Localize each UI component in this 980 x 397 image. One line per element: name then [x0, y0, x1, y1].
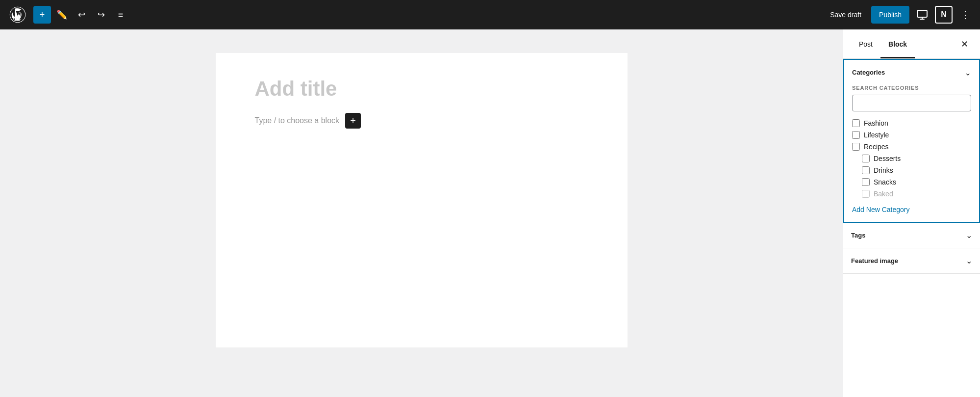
sidebar-tabs: Post Block [851, 29, 956, 58]
document-overview-button[interactable]: ≡ [112, 6, 129, 24]
list-item: Snacks [852, 178, 971, 186]
category-label-drinks[interactable]: Drinks [874, 166, 893, 174]
tags-panel-header[interactable]: Tags ⌄ [843, 223, 980, 248]
publish-button[interactable]: Publish [871, 6, 909, 24]
list-item: Baked [852, 190, 971, 198]
main-area: Type / to choose a block + Post Block ✕ … [0, 29, 980, 397]
add-new-category-button[interactable]: Add New Category [852, 206, 910, 213]
editor-area: Type / to choose a block + [0, 29, 843, 397]
svg-rect-1 [917, 10, 927, 17]
tab-post[interactable]: Post [851, 29, 880, 58]
plus-inline-icon: + [350, 116, 356, 126]
pen-icon: ✏️ [56, 9, 67, 20]
sidebar: Post Block ✕ Categories ⌃ SEARCH CATEGOR… [843, 29, 980, 397]
toolbar-left: + ✏️ ↩ ↪ ≡ [6, 3, 822, 26]
category-checkbox-drinks[interactable] [862, 166, 870, 174]
monitor-icon [916, 8, 928, 22]
add-block-inline-button[interactable]: + [345, 113, 361, 129]
search-categories-label: SEARCH CATEGORIES [852, 85, 971, 91]
categories-panel: Categories ⌃ SEARCH CATEGORIES Fashion L… [843, 59, 980, 223]
category-checkbox-baked[interactable] [862, 190, 870, 198]
featured-image-chevron-down-icon: ⌄ [966, 256, 972, 265]
category-label-recipes[interactable]: Recipes [864, 143, 889, 151]
more-options-button[interactable]: ⋮ [956, 6, 974, 24]
category-list: Fashion Lifestyle Recipes Desserts [852, 119, 971, 198]
category-label-baked[interactable]: Baked [874, 190, 893, 198]
category-checkbox-desserts[interactable] [862, 155, 870, 162]
category-checkbox-recipes[interactable] [852, 143, 860, 151]
list-icon: ≡ [118, 10, 124, 20]
save-draft-button[interactable]: Save draft [824, 7, 867, 23]
tags-chevron-down-icon: ⌄ [966, 231, 972, 240]
editor-canvas: Type / to choose a block + [216, 53, 628, 347]
wp-logo[interactable] [6, 3, 29, 26]
categories-panel-content: SEARCH CATEGORIES Fashion Lifestyle Reci… [844, 85, 979, 222]
toolbar-right: Save draft Publish N ⋮ [824, 6, 974, 24]
category-label-fashion[interactable]: Fashion [864, 119, 888, 127]
list-item: Drinks [852, 166, 971, 174]
list-item: Recipes [852, 143, 971, 151]
plus-icon: + [40, 10, 45, 20]
list-item: Fashion [852, 119, 971, 127]
category-label-snacks[interactable]: Snacks [874, 178, 896, 186]
category-label-desserts[interactable]: Desserts [874, 155, 901, 162]
tools-button[interactable]: ✏️ [53, 6, 71, 24]
tags-panel: Tags ⌄ [843, 223, 980, 248]
redo-icon: ↪ [98, 9, 105, 20]
list-item: Lifestyle [852, 131, 971, 139]
post-title-input[interactable] [255, 77, 588, 101]
featured-image-panel-title: Featured image [851, 257, 898, 265]
add-block-button[interactable]: + [33, 6, 51, 24]
sidebar-header: Post Block ✕ [843, 29, 980, 59]
n-icon: N [941, 10, 947, 19]
featured-image-panel: Featured image ⌄ [843, 248, 980, 274]
category-label-lifestyle[interactable]: Lifestyle [864, 131, 889, 139]
tags-panel-title: Tags [851, 232, 865, 239]
block-placeholder: Type / to choose a block + [255, 113, 588, 129]
category-checkbox-lifestyle[interactable] [852, 131, 860, 139]
category-checkbox-fashion[interactable] [852, 119, 860, 127]
featured-image-panel-header[interactable]: Featured image ⌄ [843, 248, 980, 273]
sidebar-close-button[interactable]: ✕ [956, 36, 972, 52]
undo-button[interactable]: ↩ [73, 6, 90, 24]
view-button[interactable] [913, 6, 931, 24]
list-item: Desserts [852, 155, 971, 162]
close-icon: ✕ [961, 39, 968, 50]
n-button[interactable]: N [935, 6, 953, 24]
toolbar: + ✏️ ↩ ↪ ≡ Save draft Publish [0, 0, 980, 29]
categories-panel-title: Categories [852, 69, 885, 76]
placeholder-text: Type / to choose a block [255, 116, 340, 125]
ellipsis-icon: ⋮ [960, 9, 970, 21]
undo-icon: ↩ [78, 9, 85, 20]
categories-panel-header[interactable]: Categories ⌃ [844, 60, 979, 85]
category-checkbox-snacks[interactable] [862, 178, 870, 186]
categories-chevron-up-icon: ⌃ [965, 68, 971, 77]
redo-button[interactable]: ↪ [92, 6, 110, 24]
search-categories-input[interactable] [852, 95, 971, 111]
tab-block[interactable]: Block [880, 29, 915, 58]
